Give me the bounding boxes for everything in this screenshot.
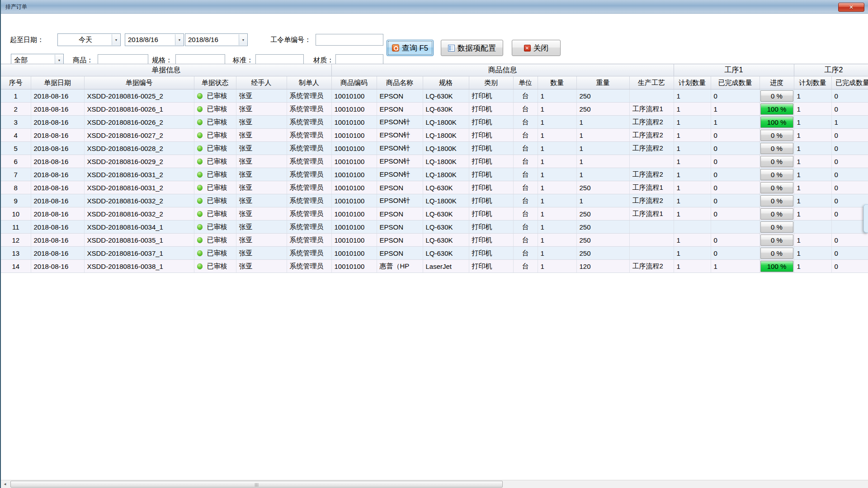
window-close-button[interactable]: ✕ [838, 3, 864, 12]
cell-p1_done: 0 [711, 142, 760, 155]
cell-handler: 张亚 [236, 207, 287, 221]
cell-qty: 1 [538, 89, 576, 103]
table-row[interactable]: 72018-08-16XSDD-20180816-0031_2已审核张亚系统管理… [1, 168, 868, 181]
cell-p1_plan: 1 [674, 207, 711, 221]
chevron-down-icon[interactable]: ▼ [112, 34, 120, 45]
cell-product_code: 10010100 [331, 142, 377, 155]
status-label: 已审核 [207, 105, 227, 113]
column-header-unit[interactable]: 单位 [513, 76, 538, 89]
date-from-combo[interactable]: 2018/8/16 ▼ [125, 33, 184, 46]
cell-process: 工序流程2 [629, 129, 674, 142]
column-header-p1_progress[interactable]: 进度 [760, 76, 794, 89]
table-row[interactable]: 62018-08-16XSDD-20180816-0029_2已审核张亚系统管理… [1, 155, 868, 168]
cell-qty: 1 [538, 142, 576, 155]
chevron-down-icon[interactable]: ▼ [175, 34, 184, 45]
cell-weight: 1 [576, 194, 629, 207]
column-header-date[interactable]: 单据日期 [31, 76, 84, 89]
status-label: 已审核 [207, 170, 227, 178]
column-header-status[interactable]: 单据状态 [194, 76, 236, 89]
table-row[interactable]: 32018-08-16XSDD-20180816-0026_2已审核张亚系统管理… [1, 116, 868, 129]
work-order-input[interactable] [316, 34, 383, 46]
column-header-product_code[interactable]: 商品编码 [331, 76, 377, 89]
column-header-process[interactable]: 生产工艺 [629, 76, 674, 89]
cell-p2_plan: 1 [794, 89, 831, 103]
cell-status: 已审核 [194, 168, 236, 181]
app-window: 排产订单 ✕ 起至日期： 今天 ▼ 2018/8/16 ▼ 2018/8/16 … [0, 0, 868, 488]
table-row[interactable]: 52018-08-16XSDD-20180816-0028_2已审核张亚系统管理… [1, 142, 868, 155]
cell-status: 已审核 [194, 247, 236, 260]
scroll-left-icon[interactable]: ◄ [1, 481, 9, 488]
scrollbar-thumb[interactable] [10, 481, 503, 488]
table-row[interactable]: 122018-08-16XSDD-20180816-0035_1已审核张亚系统管… [1, 234, 868, 247]
cell-category: 打印机 [469, 181, 513, 194]
column-header-p2_plan[interactable]: 计划数量 [794, 76, 831, 89]
table-row[interactable]: 102018-08-16XSDD-20180816-0032_2已审核张亚系统管… [1, 207, 868, 221]
cell-seq: 11 [1, 221, 31, 234]
cell-product_code: 10010100 [331, 194, 377, 207]
cell-p2_done [831, 221, 868, 234]
cell-p1_progress: 0 % [760, 129, 794, 142]
column-header-category[interactable]: 类别 [469, 76, 513, 89]
cell-creator: 系统管理员 [287, 116, 331, 129]
status-dot-icon [197, 119, 203, 125]
horizontal-scrollbar[interactable]: ◄ [1, 480, 868, 488]
cell-category: 打印机 [469, 234, 513, 247]
column-header-p2_done[interactable]: 已完成数量 [831, 76, 868, 89]
cell-p2_done: 0 [831, 103, 868, 116]
column-header-handler[interactable]: 经手人 [236, 76, 287, 89]
cell-date: 2018-08-16 [31, 181, 84, 194]
table-row[interactable]: 82018-08-16XSDD-20180816-0031_2已审核张亚系统管理… [1, 181, 868, 194]
query-button[interactable]: 查询 F5 [387, 40, 434, 56]
column-header-spec[interactable]: 规格 [423, 76, 469, 89]
cell-product_code: 10010100 [331, 116, 377, 129]
cell-unit: 台 [513, 89, 538, 103]
cell-category: 打印机 [469, 168, 513, 181]
cell-unit: 台 [513, 116, 538, 129]
cell-seq: 13 [1, 247, 31, 260]
status-label: 已审核 [207, 249, 227, 257]
status-label: 已审核 [207, 262, 227, 270]
cell-status: 已审核 [194, 103, 236, 116]
column-header-order_no[interactable]: 单据编号 [84, 76, 194, 89]
cell-p1_plan: 1 [674, 116, 711, 129]
column-header-p1_plan[interactable]: 计划数量 [674, 76, 711, 89]
table-row[interactable]: 22018-08-16XSDD-20180816-0026_1已审核张亚系统管理… [1, 103, 868, 116]
cell-handler: 张亚 [236, 234, 287, 247]
table-row[interactable]: 12018-08-16XSDD-20180816-0025_2已审核张亚系统管理… [1, 89, 868, 103]
vertical-scroll-tab[interactable] [863, 204, 868, 233]
cell-p2_done: 0 [831, 234, 868, 247]
column-header-creator[interactable]: 制单人 [287, 76, 331, 89]
table-row[interactable]: 112018-08-16XSDD-20180816-0034_1已审核张亚系统管… [1, 221, 868, 234]
column-header-qty[interactable]: 数量 [538, 76, 576, 89]
column-header-product_name[interactable]: 商品名称 [377, 76, 423, 89]
cell-product_code: 10010100 [331, 129, 377, 142]
cell-p2_plan: 1 [794, 129, 831, 142]
table-row[interactable]: 132018-08-16XSDD-20180816-0037_1已审核张亚系统管… [1, 247, 868, 260]
status-label: 已审核 [207, 92, 227, 99]
cell-unit: 台 [513, 155, 538, 168]
cell-unit: 台 [513, 221, 538, 234]
close-x-icon: ✕ [524, 45, 531, 52]
cell-process [629, 221, 674, 234]
close-button[interactable]: ✕ 关闭 [512, 40, 561, 56]
cell-p1_done: 0 [711, 194, 760, 207]
column-header-weight[interactable]: 重量 [576, 76, 629, 89]
cell-weight: 250 [576, 181, 629, 194]
date-preset-combo[interactable]: 今天 ▼ [57, 33, 121, 46]
cell-weight: 250 [576, 89, 629, 103]
cell-creator: 系统管理员 [287, 129, 331, 142]
data-config-button[interactable]: 数据项配置 [441, 40, 503, 56]
table-row[interactable]: 92018-08-16XSDD-20180816-0032_2已审核张亚系统管理… [1, 194, 868, 207]
table-row[interactable]: 142018-08-16XSDD-20180816-0038_1已审核张亚系统管… [1, 260, 868, 273]
title-bar: 排产订单 ✕ [1, 0, 868, 14]
cell-p1_progress: 0 % [760, 247, 794, 260]
column-header-seq[interactable]: 序号 [1, 76, 31, 89]
chevron-down-icon[interactable]: ▼ [239, 34, 247, 45]
column-header-p1_done[interactable]: 已完成数量 [711, 76, 760, 89]
cell-p1_done: 0 [711, 234, 760, 247]
date-to-combo[interactable]: 2018/8/16 ▼ [185, 33, 248, 46]
table-row[interactable]: 42018-08-16XSDD-20180816-0027_2已审核张亚系统管理… [1, 129, 868, 142]
cell-order_no: XSDD-20180816-0026_1 [84, 103, 194, 116]
status-dot-icon [197, 145, 203, 151]
status-label: 已审核 [207, 197, 227, 204]
